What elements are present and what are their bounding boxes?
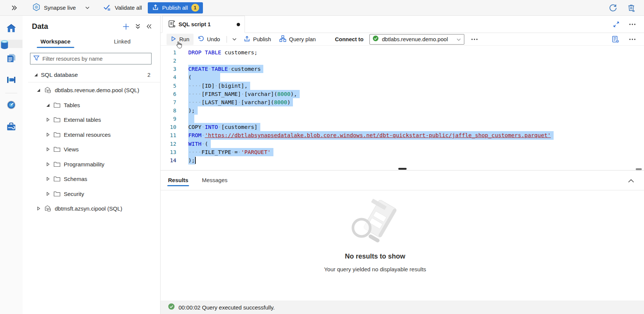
chevron-collapsed-icon[interactable] [46,147,50,151]
line-number[interactable]: 6 [161,90,176,98]
line-content: ····[FIRST_NAME]·[varchar](8000), [188,90,300,98]
tree-item-tables[interactable]: Tables [23,98,160,113]
collapse-results-icon[interactable] [628,179,634,183]
splitter-drag-handle[interactable] [398,168,407,170]
code-line-8[interactable]: 8); [161,106,644,115]
tab-sql-script-1[interactable]: SQL script 1 [162,16,245,33]
empty-results-subtitle: Your query yielded no displayable result… [324,266,426,272]
line-number[interactable]: 9 [161,115,176,123]
success-check-icon [168,303,175,311]
chevron-collapsed-icon[interactable] [46,162,50,166]
line-number[interactable]: 7 [161,98,176,106]
chevron-collapsed-icon[interactable] [46,118,50,122]
expand-menu-icon[interactable] [11,5,17,10]
tree-item-programmability[interactable]: Programmability [23,157,160,172]
line-number[interactable]: 11 [161,131,176,139]
tab-title: SQL script 1 [179,21,211,27]
undo-button[interactable]: Undo [194,34,224,45]
chevron-down-icon[interactable] [85,6,90,9]
filter-resources-input[interactable] [42,56,148,62]
line-number[interactable]: 12 [161,140,176,148]
chevron-expanded-icon[interactable] [34,72,38,78]
chevron-collapsed-icon[interactable] [46,133,50,137]
properties-icon[interactable] [612,36,619,43]
line-number[interactable]: 4 [161,73,176,81]
sql-code-editor[interactable]: 1DROP TABLE customers;23CREATE·TABLE·cus… [161,46,644,168]
folder-icon [54,161,60,167]
tree-item-dbtlabs-revenue-demo-pool-sql[interactable]: dbtlabs.revenue.demo.pool (SQL) [23,83,160,98]
code-line-13[interactable]: 13····FILE_TYPE·=·'PARQUET' [161,148,644,156]
line-number[interactable]: 14 [161,156,176,164]
query-plan-button[interactable]: Query plan [275,34,320,45]
unsaved-dot-icon [237,23,240,26]
code-line-6[interactable]: 6····[FIRST_NAME]·[varchar](8000), [161,90,644,98]
rail-item-integrate[interactable] [0,70,23,91]
chevron-collapsed-icon[interactable] [46,192,50,196]
tree-item-external-tables[interactable]: External tables [23,112,160,127]
tree-item-dbtmsft-azsyn-cipool-sql[interactable]: dbtmsft.azsyn.cipool (SQL) [23,201,160,216]
filter-icon [33,55,39,62]
panel-title: Data [32,22,48,31]
tree-item-security[interactable]: Security [23,187,160,202]
tree-item-label: dbtmsft.azsyn.cipool (SQL) [55,205,122,212]
expand-editor-icon[interactable] [613,21,619,27]
line-number[interactable]: 3 [161,65,176,73]
line-number[interactable]: 2 [161,57,176,65]
rail-item-monitor[interactable] [0,95,23,117]
refresh-button[interactable] [609,4,617,12]
collapse-all-icon[interactable] [135,24,141,29]
tree-item-external-resources[interactable]: External resources [23,127,160,142]
collapse-panel-icon[interactable] [146,24,152,29]
connect-to-dropdown[interactable]: dbtlabs.revenue.demo.pool [369,34,464,45]
code-line-3[interactable]: 3CREATE·TABLE·customers [161,65,644,73]
editor-more-options-icon[interactable] [629,38,636,40]
line-number[interactable]: 10 [161,123,176,131]
code-line-9[interactable]: 9 [161,115,644,123]
line-number[interactable]: 8 [161,106,176,115]
line-number[interactable]: 13 [161,148,176,156]
validate-all-button[interactable]: Validate all [103,4,142,12]
line-number[interactable]: 1 [161,48,176,57]
undo-redo-chevron-icon[interactable] [229,38,240,41]
tab-messages[interactable]: Messages [201,174,228,188]
code-line-11[interactable]: 11FROM·'https://dbtlabsynapsedatalake.bl… [161,131,644,139]
rail-item-develop[interactable] [0,48,23,70]
tab-linked[interactable]: Linked [110,36,134,48]
publish-button[interactable]: Publish [240,34,275,45]
code-line-14[interactable]: 14); [161,156,644,164]
code-line-5[interactable]: 5····[ID]·[bigint], [161,82,644,90]
chevron-collapsed-icon[interactable] [46,177,50,181]
tree-item-views[interactable]: Views [23,142,160,157]
toolbar-more-options-icon[interactable] [471,38,478,40]
publish-all-button[interactable]: Publish all 1 [148,2,203,13]
scrollbar-thumb[interactable] [636,168,642,170]
chevron-collapsed-icon[interactable] [36,206,41,211]
code-line-2[interactable]: 2 [161,57,644,65]
rail-item-data[interactable] [0,40,23,48]
code-line-12[interactable]: 12WITH·( [161,140,644,148]
tree-item-sql-database[interactable]: SQL database 2 [23,68,160,82]
line-content: ····[ID]·[bigint], [188,82,250,90]
selection-highlight: ); [188,106,198,115]
discard-all-icon[interactable] [627,4,635,12]
line-content: ( [188,73,220,81]
run-button[interactable]: Run [167,34,194,45]
tree-item-schemas[interactable]: Schemas [23,172,160,187]
code-line-7[interactable]: 7····[LAST_NAME]·[varchar](8000) [161,98,644,106]
tab-more-options-icon[interactable] [629,23,636,25]
chevron-expanded-icon[interactable] [46,103,50,107]
status-message: 00:00:02 Query executed successfully. [179,304,275,311]
synapse-live-selector[interactable]: Synapse live [32,3,90,13]
tab-workspace[interactable]: Workspace [37,36,74,48]
code-line-4[interactable]: 4( [161,73,644,81]
code-line-1[interactable]: 1DROP TABLE customers; [161,48,644,57]
rail-items [0,18,23,138]
line-number[interactable]: 5 [161,82,176,90]
code-line-10[interactable]: 10COPY·INTO·[customers] [161,123,644,131]
add-resource-icon[interactable] [123,23,129,30]
chevron-expanded-icon[interactable] [36,88,41,92]
tab-results[interactable]: Results [167,174,189,188]
folder-icon [54,176,60,182]
rail-item-home[interactable] [0,18,23,40]
rail-item-manage[interactable] [0,117,23,138]
